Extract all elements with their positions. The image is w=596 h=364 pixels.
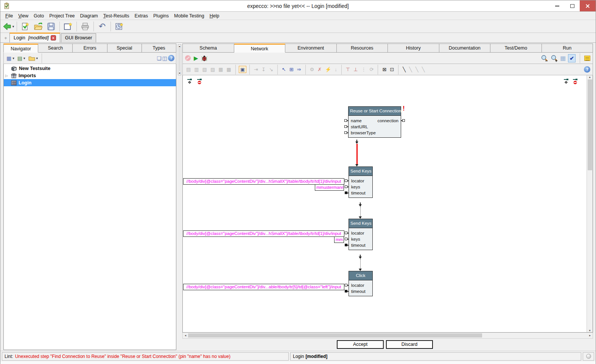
tab-errors[interactable]: Errors: [73, 44, 107, 53]
input-pin-filled[interactable]: [345, 244, 347, 246]
menu-diagram[interactable]: Diagram: [78, 12, 101, 19]
new-folder-dropdown-icon[interactable]: ▾: [36, 56, 38, 60]
menu-project-tree[interactable]: Project Tree: [47, 12, 77, 19]
edit-connector-icon[interactable]: ⊡: [389, 66, 395, 73]
menu-extras[interactable]: Extras: [132, 12, 151, 19]
add-tab-icon[interactable]: +: [2, 35, 9, 42]
collapse-top-icon[interactable]: ◂: [179, 45, 180, 48]
move-into-icon[interactable]: ⇥: [253, 66, 259, 73]
testsuite-tree[interactable]: New Testsuite ▷ Imports: [3, 64, 176, 350]
keys-value-input[interactable]: mm: [334, 236, 344, 243]
block-title[interactable]: Send Keys: [349, 219, 372, 228]
input-pin[interactable]: [344, 131, 347, 134]
tab-resources[interactable]: Resources: [337, 44, 388, 53]
input-pin[interactable]: [345, 185, 347, 188]
new-item-dropdown-icon[interactable]: ▾: [12, 56, 14, 60]
debug-icon[interactable]: [201, 55, 207, 61]
zoom-out-icon[interactable]: [540, 54, 548, 62]
move-diagonal-icon[interactable]: ↘: [268, 66, 274, 73]
tab-login[interactable]: Login [modified] x: [9, 33, 60, 42]
keys-value-input[interactable]: mmustermann: [315, 184, 344, 191]
block-title[interactable]: Send Keys: [349, 167, 372, 176]
connection[interactable]: [359, 202, 362, 219]
line-style-direct-icon[interactable]: ╲: [401, 66, 407, 73]
align-bottom-icon[interactable]: ▨: [209, 66, 216, 73]
new-item-button[interactable]: ▦ ▾: [5, 55, 16, 61]
block-title[interactable]: Reuse or Start Connection: [349, 107, 401, 116]
tab-navigator[interactable]: Navigator: [3, 44, 38, 53]
input-pin[interactable]: [345, 284, 347, 286]
locator-value-input[interactable]: //body/div[@class="pageContentDiv"]/div.…: [183, 178, 344, 185]
tab-documentation[interactable]: Documentation: [439, 44, 491, 53]
pin-down-icon[interactable]: ⊥: [352, 66, 359, 73]
panel-splitter[interactable]: ◂ ◂: [176, 44, 182, 350]
scroll-right-icon[interactable]: ▸: [588, 334, 592, 337]
step-settings-icon[interactable]: ⚙: [309, 66, 316, 73]
tree-item-imports[interactable]: ▷ Imports: [4, 72, 176, 79]
undo-button[interactable]: ↶: [96, 21, 109, 32]
align-right-icon[interactable]: ▥: [193, 66, 200, 73]
menu-plugins[interactable]: Plugins: [151, 12, 171, 19]
input-pin[interactable]: [345, 238, 347, 240]
step-block-send-keys-1[interactable]: Send Keys locator keys: [349, 166, 373, 198]
new-window-button[interactable]: [62, 21, 75, 32]
line-style-tree-icon[interactable]: ╲: [421, 66, 426, 73]
horizontal-scrollbar[interactable]: ◂ ▸: [182, 333, 593, 339]
disable-step-icon[interactable]: ↓: [333, 66, 338, 73]
tab-special[interactable]: Special: [107, 44, 142, 53]
tree-item-testsuite[interactable]: New Testsuite: [4, 65, 176, 72]
connection[interactable]: [359, 255, 362, 271]
add-block-icon[interactable]: ⊞: [288, 66, 295, 73]
scroll-up-icon[interactable]: ▴: [589, 75, 590, 79]
tab-close-icon[interactable]: x: [51, 35, 56, 40]
output-anchor-block-icon[interactable]: [196, 78, 202, 84]
splitter-handle[interactable]: ◂ ◂: [178, 44, 181, 75]
split-view-icon[interactable]: ◫: [162, 56, 167, 61]
locator-value-input[interactable]: //body/div[@class="pageContentDiv"]/div.…: [183, 230, 344, 237]
distribute-icon[interactable]: ⋮: [360, 66, 367, 73]
back-dropdown-icon[interactable]: ▾: [12, 25, 14, 28]
align-v-center-icon[interactable]: ▩: [225, 66, 232, 73]
new-folder-button[interactable]: ▾: [27, 55, 39, 61]
expander-icon[interactable]: ▷: [5, 74, 9, 78]
line-style-curved-icon[interactable]: ╲: [414, 66, 420, 73]
pin-up-icon[interactable]: ⊤: [345, 66, 351, 73]
browser-settings-button[interactable]: [113, 21, 126, 32]
input-anchor-move-icon[interactable]: [187, 78, 193, 84]
scrollbar-thumb[interactable]: [188, 333, 482, 338]
tab-environment[interactable]: Environment: [285, 44, 337, 53]
run-icon[interactable]: ▶: [194, 55, 198, 61]
remove-breakpoints-icon[interactable]: ✗: [316, 66, 323, 73]
input-pin[interactable]: [344, 119, 347, 122]
input-pin-filled[interactable]: [345, 290, 347, 292]
tab-schema[interactable]: Schema: [182, 44, 234, 53]
navigator-help-icon[interactable]: ?: [168, 55, 174, 61]
accept-button[interactable]: Accept: [337, 340, 384, 349]
tab-search[interactable]: Search: [38, 44, 73, 53]
menu-goto[interactable]: Goto: [31, 12, 47, 19]
close-button[interactable]: [580, 0, 596, 11]
tab-network[interactable]: Network: [234, 44, 286, 53]
scroll-down-icon[interactable]: ▾: [589, 329, 590, 332]
tab-gui-browser[interactable]: GUI Browser: [61, 33, 96, 42]
menu-file[interactable]: File: [3, 12, 16, 19]
input-pin[interactable]: [344, 125, 347, 128]
rotate-icon[interactable]: ⟳: [368, 66, 375, 73]
block-title[interactable]: Click: [349, 271, 372, 280]
zoom-in-icon[interactable]: [550, 54, 558, 62]
stop-icon[interactable]: [185, 55, 191, 61]
step-block-send-keys-2[interactable]: Send Keys locator keys: [349, 219, 373, 250]
new-action-button[interactable]: ▤ ▾: [16, 55, 26, 61]
move-down-icon[interactable]: ↧: [260, 66, 267, 73]
menu-help[interactable]: Help: [207, 12, 222, 19]
step-block-reuse-or-start-connection[interactable]: Reuse or Start Connection name connectio…: [348, 106, 401, 138]
check-testsuite-button[interactable]: [19, 21, 32, 32]
detach-window-icon[interactable]: ❏: [157, 56, 162, 61]
network-help-icon[interactable]: ?: [584, 66, 590, 73]
new-element-icon[interactable]: ▣: [239, 66, 246, 73]
snap-to-grid-toggle[interactable]: ✔: [568, 54, 576, 62]
align-top-icon[interactable]: ▧: [201, 66, 208, 73]
input-anchor-move-icon[interactable]: [563, 78, 569, 84]
tab-history[interactable]: History: [388, 44, 439, 53]
add-connection-icon[interactable]: ↖: [281, 66, 287, 73]
